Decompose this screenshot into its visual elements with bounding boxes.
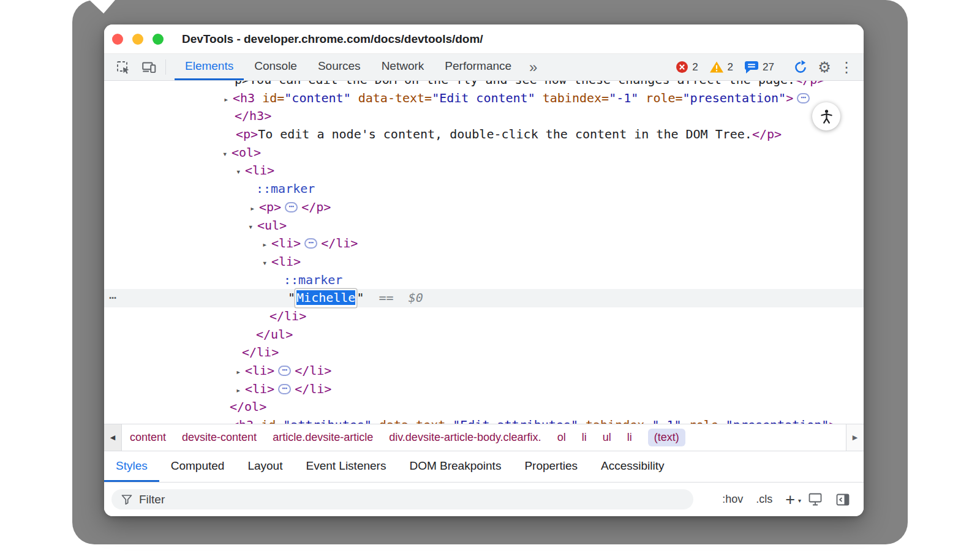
chevron-down-icon[interactable]: ▾ — [262, 254, 271, 272]
dom-tree-line[interactable]: p>You can edit the DOM on the fly and se… — [104, 81, 864, 89]
dom-tree-line[interactable]: </ul> — [104, 326, 864, 344]
chevron-right-icon[interactable]: ▸ — [224, 91, 233, 109]
toggle-sidebar-button[interactable] — [835, 493, 850, 506]
inline-edit-box[interactable]: Michelle — [295, 289, 356, 307]
panel-tab-layout[interactable]: Layout — [236, 451, 294, 482]
dom-tree-line[interactable]: ▾<li> — [104, 162, 864, 180]
dom-tree-line[interactable]: ▸<p>⋯</p> — [104, 198, 864, 217]
element-classes-button[interactable]: .cls — [756, 493, 772, 506]
code-token: <li> — [245, 163, 274, 178]
tab-elements[interactable]: Elements — [175, 54, 244, 80]
dom-tree-line[interactable]: ▾<ol> — [104, 144, 864, 162]
dom-tree-line[interactable]: ⋯"Michelle" == $0 — [104, 289, 864, 307]
more-panels-button[interactable]: » — [522, 54, 545, 80]
expand-ellipsis-button[interactable]: ⋯ — [797, 93, 810, 103]
code-token: "presentation" — [683, 91, 786, 105]
chevron-right-icon[interactable]: ▸ — [236, 381, 245, 400]
console-errors-badge[interactable]: 2 — [676, 61, 698, 73]
dom-tree-line[interactable]: </li> — [104, 344, 864, 362]
code-token: " — [288, 290, 295, 305]
dom-tree-line[interactable]: ▸<li>⋯</li> — [104, 235, 864, 253]
breadcrumb-item[interactable]: devsite-content — [182, 431, 257, 444]
dom-tree-line[interactable]: ::marker — [104, 180, 864, 198]
breadcrumb-item[interactable]: ol — [557, 431, 566, 444]
chevron-down-icon[interactable]: ▾ — [236, 163, 245, 181]
accessibility-fab-button[interactable] — [812, 102, 840, 130]
toggle-device-toolbar-button[interactable] — [136, 54, 162, 80]
toolbar-tabs: ElementsConsoleSourcesNetworkPerformance — [175, 54, 522, 80]
dom-tree-line[interactable]: ▸<h3 id="attributes" data-text="Edit att… — [104, 416, 864, 424]
panel-tab-dom-breakpoints[interactable]: DOM Breakpoints — [398, 451, 513, 482]
chevron-right-icon[interactable]: ▸ — [236, 363, 245, 381]
code-token: </ul> — [256, 327, 293, 342]
expand-ellipsis-button[interactable]: ⋯ — [278, 366, 291, 376]
dom-tree-line[interactable]: </h3> — [104, 107, 864, 126]
tab-network[interactable]: Network — [371, 54, 435, 80]
dom-tree-line[interactable]: ▾<ul> — [104, 217, 864, 235]
chevron-down-icon[interactable]: ▾ — [248, 218, 257, 236]
window-title: DevTools - developer.chrome.com/docs/dev… — [182, 32, 483, 46]
dom-tree-line[interactable]: ▸<li>⋯</li> — [104, 362, 864, 380]
panel-tab-event-listeners[interactable]: Event Listeners — [294, 451, 398, 482]
breadcrumb-item[interactable]: article.devsite-article — [273, 431, 373, 444]
filter-funnel-icon — [121, 494, 133, 506]
console-warnings-badge[interactable]: 2 — [709, 61, 733, 73]
breadcrumb-item[interactable]: content — [130, 431, 166, 444]
breadcrumb-item[interactable]: li — [582, 431, 587, 444]
error-icon — [676, 61, 688, 73]
dom-tree-line[interactable]: ▸<h3 id="content" data-text="Edit conten… — [104, 89, 864, 108]
breadcrumb-item[interactable]: (text) — [648, 429, 685, 446]
new-style-rule-button[interactable]: +▾ — [785, 494, 795, 506]
inspect-element-button[interactable] — [110, 54, 136, 80]
rendering-emulation-button[interactable] — [808, 492, 823, 506]
expand-ellipsis-button[interactable]: ⋯ — [278, 384, 291, 394]
code-token: tabindex= — [578, 418, 652, 424]
code-token: <p> — [259, 200, 281, 214]
chevron-right-icon[interactable]: ▸ — [222, 418, 232, 424]
dom-tree-line[interactable]: <p>To edit a node's content, double-clic… — [104, 126, 864, 144]
chevron-down-icon[interactable]: ▾ — [222, 145, 232, 163]
panel-tab-properties[interactable]: Properties — [513, 451, 589, 482]
code-token: </ol> — [230, 399, 266, 414]
tab-performance[interactable]: Performance — [434, 54, 522, 80]
filter-input-wrap — [111, 489, 693, 509]
dom-tree-line[interactable]: </li> — [104, 307, 864, 326]
breadcrumb-item[interactable]: ul — [603, 431, 611, 444]
close-window-button[interactable] — [112, 34, 123, 45]
code-token: tabindex= — [535, 91, 609, 105]
window-controls — [112, 34, 164, 45]
panel-tabs: StylesComputedLayoutEvent ListenersDOM B… — [104, 451, 864, 483]
expand-ellipsis-button[interactable]: ⋯ — [304, 238, 317, 249]
dom-tree-line[interactable]: ▾<li> — [104, 253, 864, 271]
filter-input[interactable] — [139, 493, 693, 506]
panel-tab-accessibility[interactable]: Accessibility — [589, 451, 676, 482]
error-count: 2 — [692, 61, 698, 73]
warning-icon — [709, 61, 724, 73]
kebab-menu-button[interactable]: ⋮ — [835, 54, 858, 80]
dom-tree-line[interactable]: ::marker — [104, 271, 864, 290]
breadcrumb-scroll-left-button[interactable]: ◀ — [104, 424, 122, 451]
issues-badge[interactable]: 27 — [744, 61, 774, 74]
dom-tree-line[interactable]: ▸<li>⋯</li> — [104, 380, 864, 399]
panel-tab-computed[interactable]: Computed — [159, 451, 236, 482]
chevron-right-icon[interactable]: ▸ — [262, 236, 271, 254]
settings-gear-button[interactable]: ⚙ — [813, 54, 835, 80]
breadcrumb-item[interactable]: li — [627, 431, 632, 444]
code-token: <li> — [271, 236, 301, 250]
dom-tree-line[interactable]: </ol> — [104, 398, 864, 416]
sync-button[interactable] — [788, 59, 813, 75]
panel-tab-styles[interactable]: Styles — [104, 451, 159, 482]
zoom-window-button[interactable] — [153, 34, 164, 45]
toggle-element-state-button[interactable]: :hov — [722, 493, 743, 506]
breadcrumb-item[interactable]: div.devsite-article-body.clearfix. — [389, 431, 541, 444]
tab-console[interactable]: Console — [244, 54, 307, 80]
expand-ellipsis-button[interactable]: ⋯ — [285, 202, 298, 212]
row-actions-icon[interactable]: ⋯ — [109, 289, 116, 307]
code-token: "Edit content" — [432, 91, 535, 105]
code-token: data-text= — [351, 91, 432, 105]
tab-sources[interactable]: Sources — [307, 54, 371, 80]
code-token: > — [786, 91, 793, 105]
chevron-right-icon[interactable]: ▸ — [250, 200, 259, 218]
minimize-window-button[interactable] — [132, 34, 143, 45]
breadcrumb-scroll-right-button[interactable]: ▶ — [846, 424, 864, 451]
